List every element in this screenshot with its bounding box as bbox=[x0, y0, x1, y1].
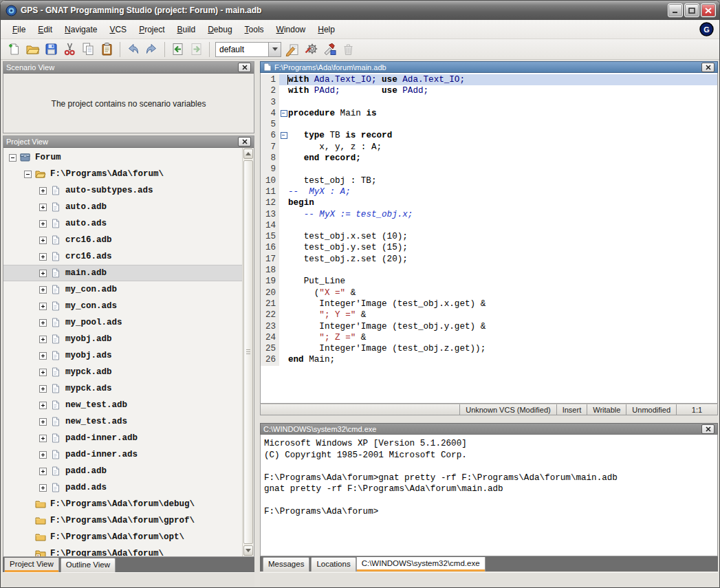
tree-item-auto.ads[interactable]: auto.ads bbox=[3, 215, 242, 232]
collapse-icon[interactable] bbox=[24, 171, 32, 178]
project-view-close-icon[interactable] bbox=[238, 137, 251, 146]
tree-item-new-test.adb[interactable]: new_test.adb bbox=[3, 397, 242, 413]
code-line-5[interactable]: 5 bbox=[261, 119, 717, 130]
tree-item-f-programs-ada-forum[interactable]: F:\Programs\Ada\forum\ bbox=[3, 166, 242, 182]
expand-icon[interactable] bbox=[39, 468, 47, 475]
code-line-12[interactable]: 12begin bbox=[261, 197, 717, 208]
tree-item-auto.adb[interactable]: auto.adb bbox=[3, 199, 242, 215]
tree-item-crc16.ads[interactable]: crc16.ads bbox=[3, 248, 242, 265]
scenario-view-header[interactable]: Scenario View bbox=[3, 62, 254, 74]
cut-icon[interactable] bbox=[61, 41, 79, 58]
tree-item-padd.adb[interactable]: padd.adb bbox=[3, 463, 242, 479]
open-folder-icon[interactable] bbox=[23, 41, 42, 58]
scroll-up-icon[interactable] bbox=[243, 149, 253, 159]
menu-debug[interactable]: Debug bbox=[201, 23, 238, 36]
code-line-18[interactable]: 18 bbox=[261, 265, 717, 276]
project-tree[interactable]: ForumF:\Programs\Ada\forum\auto-subtypes… bbox=[3, 148, 242, 556]
project-tree-scrollbar[interactable] bbox=[242, 148, 254, 556]
scrollbar-thumb[interactable] bbox=[243, 160, 253, 544]
save-icon[interactable] bbox=[42, 41, 61, 58]
build-project-icon[interactable] bbox=[302, 41, 320, 58]
menu-navigate[interactable]: Navigate bbox=[58, 23, 103, 36]
expand-icon[interactable] bbox=[39, 204, 47, 211]
expand-icon[interactable] bbox=[39, 270, 47, 277]
menu-build[interactable]: Build bbox=[171, 23, 201, 36]
expand-icon[interactable] bbox=[39, 352, 47, 360]
tree-item-f-programs-ada-forum[interactable]: oF:\Programs\Ada\forum\ bbox=[3, 545, 242, 556]
compile-file-icon[interactable] bbox=[283, 41, 302, 58]
tree-item-padd-inner.adb[interactable]: padd-inner.adb bbox=[3, 430, 242, 446]
code-line-21[interactable]: 21 Integer'Image (test_obj.x.get) & bbox=[261, 298, 717, 309]
tab-outline-view[interactable]: Outline View bbox=[61, 558, 116, 572]
expand-icon[interactable] bbox=[39, 336, 47, 343]
menu-tools[interactable]: Tools bbox=[239, 23, 270, 36]
code-line-2[interactable]: 2with PAdd; use PAdd; bbox=[261, 85, 717, 96]
fold-collapse-icon[interactable] bbox=[279, 108, 288, 119]
code-line-19[interactable]: 19 Put_Line bbox=[261, 276, 717, 287]
code-line-3[interactable]: 3 bbox=[261, 97, 717, 108]
code-line-23[interactable]: 23 Integer'Image (test_obj.y.get) & bbox=[261, 321, 717, 332]
menu-project[interactable]: Project bbox=[133, 23, 171, 36]
code-line-9[interactable]: 9 bbox=[261, 164, 717, 175]
expand-icon[interactable] bbox=[39, 385, 47, 393]
tree-item-crc16.adb[interactable]: crc16.adb bbox=[3, 232, 242, 248]
menu-vcs[interactable]: VCS bbox=[103, 23, 133, 36]
code-line-6[interactable]: 6 type TB is record bbox=[261, 130, 717, 141]
paste-icon[interactable] bbox=[98, 41, 116, 58]
expand-icon[interactable] bbox=[39, 303, 47, 310]
code-line-22[interactable]: 22 "; Y =" & bbox=[261, 309, 717, 320]
editor-title-bar[interactable]: F:\Programs\Ada\forum\main.adb bbox=[260, 61, 718, 73]
expand-icon[interactable] bbox=[39, 484, 47, 492]
menu-help[interactable]: Help bbox=[312, 23, 341, 36]
code-line-11[interactable]: 11-- MyX : A; bbox=[261, 186, 717, 197]
tree-item-padd-inner.ads[interactable]: padd-inner.ads bbox=[3, 446, 242, 463]
horizontal-splitter[interactable] bbox=[260, 415, 718, 423]
expand-icon[interactable] bbox=[39, 369, 47, 376]
tree-item-main.adb[interactable]: main.adb bbox=[3, 265, 242, 281]
console-title-bar[interactable]: C:\WINDOWS\system32\cmd.exe bbox=[260, 423, 718, 435]
code-line-24[interactable]: 24 "; Z =" & bbox=[261, 332, 717, 343]
code-line-26[interactable]: 26end Main; bbox=[261, 354, 717, 365]
tree-item-mypck.adb[interactable]: mypck.adb bbox=[3, 364, 242, 380]
code-line-4[interactable]: 4procedure Main is bbox=[261, 108, 717, 119]
tree-item-my-con.ads[interactable]: my_con.ads bbox=[3, 298, 242, 314]
tree-item-my-pool.ads[interactable]: my_pool.ads bbox=[3, 314, 242, 331]
redo-icon[interactable] bbox=[142, 41, 161, 58]
tree-item-myobj.adb[interactable]: myobj.adb bbox=[3, 331, 242, 347]
code-line-7[interactable]: 7 x, y, z : A; bbox=[261, 142, 717, 153]
tree-item-auto-subtypes.ads[interactable]: auto-subtypes.ads bbox=[3, 182, 242, 199]
build-target-combo[interactable]: default bbox=[215, 42, 281, 57]
close-button[interactable] bbox=[701, 3, 716, 17]
code-editor[interactable]: 1with Ada.Text_IO; use Ada.Text_IO;2with… bbox=[260, 73, 718, 404]
expand-icon[interactable] bbox=[39, 286, 47, 294]
expand-icon[interactable] bbox=[39, 237, 47, 244]
tree-item-my-con.adb[interactable]: my_con.adb bbox=[3, 281, 242, 298]
tree-item-forum[interactable]: Forum bbox=[3, 149, 242, 166]
expand-icon[interactable] bbox=[39, 319, 47, 327]
console-close-icon[interactable] bbox=[701, 424, 714, 434]
expand-icon[interactable] bbox=[39, 451, 47, 459]
scroll-down-icon[interactable] bbox=[243, 545, 253, 556]
menu-edit[interactable]: Edit bbox=[32, 23, 58, 36]
tree-item-f-programs-ada-forum-gprof[interactable]: F:\Programs\Ada\forum\gprof\ bbox=[3, 512, 242, 529]
build-main-icon[interactable] bbox=[320, 41, 339, 58]
tree-item-padd.ads[interactable]: padd.ads bbox=[3, 479, 242, 496]
tree-item-myobj.ads[interactable]: myobj.ads bbox=[3, 347, 242, 364]
expand-icon[interactable] bbox=[39, 418, 47, 426]
new-file-icon[interactable] bbox=[5, 41, 23, 58]
tab-project-view[interactable]: Project View bbox=[4, 558, 59, 572]
menu-window[interactable]: Window bbox=[270, 23, 312, 36]
chevron-down-icon[interactable] bbox=[268, 43, 281, 56]
go-back-icon[interactable] bbox=[168, 41, 187, 58]
fold-collapse-icon[interactable] bbox=[279, 130, 288, 141]
tree-item-f-programs-ada-forum-debug[interactable]: F:\Programs\Ada\forum\debug\ bbox=[3, 496, 242, 512]
expand-icon[interactable] bbox=[39, 253, 47, 261]
expand-icon[interactable] bbox=[39, 220, 47, 228]
undo-icon[interactable] bbox=[124, 41, 142, 58]
code-line-1[interactable]: 1with Ada.Text_IO; use Ada.Text_IO; bbox=[261, 74, 717, 85]
scenario-view-close-icon[interactable] bbox=[238, 63, 251, 72]
code-line-10[interactable]: 10 test_obj : TB; bbox=[261, 175, 717, 186]
expand-icon[interactable] bbox=[39, 435, 47, 442]
maximize-button[interactable] bbox=[684, 3, 699, 17]
tree-item-mypck.ads[interactable]: mypck.ads bbox=[3, 380, 242, 397]
